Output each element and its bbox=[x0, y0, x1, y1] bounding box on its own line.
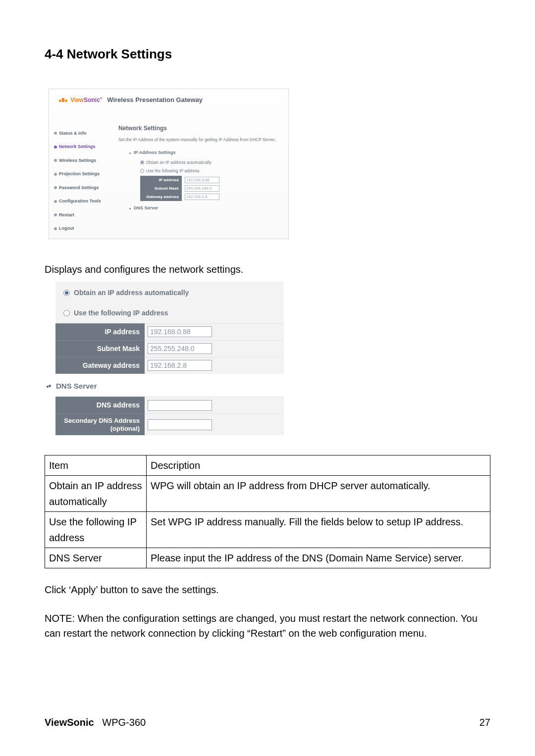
table-header-item: Item bbox=[45, 455, 147, 476]
field-label: Subnet Mask bbox=[55, 340, 145, 357]
label: Use the following IP address bbox=[74, 308, 168, 318]
table-cell-item: Use the following IP address bbox=[45, 512, 147, 548]
sidebar-item-projection[interactable]: Projection Settings bbox=[54, 167, 109, 181]
footer-brand: ViewSonic bbox=[45, 717, 94, 728]
caption-text: Displays and configures the network sett… bbox=[45, 262, 490, 277]
page-footer: ViewSonic WPG-360 27 bbox=[45, 715, 490, 730]
sidebar-item-label: Wireless Settings bbox=[59, 157, 96, 164]
dns-address-input[interactable] bbox=[148, 400, 212, 411]
label: DNS Server bbox=[134, 205, 159, 212]
table-cell-desc: Please input the IP address of the DNS (… bbox=[147, 548, 490, 568]
dns-heading: DNS Server bbox=[55, 374, 283, 397]
sidebar: Status & Info Network Settings Wireless … bbox=[54, 115, 109, 236]
ip-settings-detail: Obtain an IP address automatically Use t… bbox=[55, 282, 283, 374]
field-label: IP address bbox=[140, 176, 182, 184]
table-cell-desc: WPG will obtain an IP address from DHCP … bbox=[147, 476, 490, 512]
ip-address-input[interactable] bbox=[185, 177, 219, 183]
field-label: Gateway address bbox=[140, 193, 182, 201]
bullet-icon bbox=[129, 208, 131, 209]
dns-secondary-input[interactable] bbox=[148, 419, 212, 430]
bullet-icon bbox=[54, 186, 57, 189]
brand-name: ViewSonic® bbox=[70, 96, 102, 104]
sidebar-item-status[interactable]: Status & Info bbox=[54, 127, 109, 141]
bullet-icon bbox=[49, 385, 51, 387]
label: DNS Server bbox=[56, 381, 97, 392]
bullet-icon: • bbox=[45, 282, 51, 392]
product-name: Wireless Presentation Gateway bbox=[107, 95, 203, 105]
bullet-icon bbox=[129, 152, 131, 154]
sidebar-item-restart[interactable]: Restart bbox=[54, 208, 109, 222]
page-number: 27 bbox=[480, 715, 490, 730]
radio-icon bbox=[63, 310, 70, 316]
table-row: Obtain an IP address automatically WPG w… bbox=[45, 476, 490, 512]
table-cell-item: DNS Server bbox=[45, 548, 147, 568]
radio-ip-manual[interactable]: Use the following IP address bbox=[55, 303, 283, 323]
field-label: Secondary DNS Address (optional) bbox=[55, 413, 145, 435]
subnet-mask-input[interactable] bbox=[148, 343, 212, 354]
bullet-icon bbox=[54, 146, 57, 149]
field-label: DNS address bbox=[55, 397, 145, 413]
footer-model: WPG-360 bbox=[102, 717, 146, 728]
table-row: DNS Server Please input the IP address o… bbox=[45, 548, 490, 568]
bullet-icon bbox=[54, 173, 57, 176]
label: Obtain an IP address automatically bbox=[146, 159, 212, 166]
radio-ip-auto[interactable]: Obtain an IP address automatically bbox=[55, 282, 283, 303]
sidebar-item-label: Status & Info bbox=[59, 130, 87, 137]
sidebar-item-network[interactable]: Network Settings bbox=[54, 140, 109, 154]
table-cell-item: Obtain an IP address automatically bbox=[45, 476, 147, 512]
section-title: 4-4 Network Settings bbox=[45, 45, 490, 64]
bullet-icon bbox=[54, 213, 57, 216]
brand-bar: ViewSonic® Wireless Presentation Gateway bbox=[49, 89, 288, 115]
sidebar-item-wireless[interactable]: Wireless Settings bbox=[54, 154, 109, 168]
subnet-mask-input[interactable] bbox=[185, 185, 219, 192]
sidebar-item-logout[interactable]: Logout bbox=[54, 222, 109, 236]
content-panel: Network Settings Set the IP Address of t… bbox=[118, 115, 283, 236]
bullet-icon bbox=[54, 132, 57, 135]
sidebar-item-label: Configuration Tools bbox=[59, 198, 101, 205]
sidebar-item-label: Restart bbox=[59, 212, 74, 219]
radio-icon bbox=[140, 169, 144, 173]
description-table: Item Description Obtain an IP address au… bbox=[45, 455, 490, 568]
dns-heading: DNS Server bbox=[129, 205, 283, 212]
sidebar-item-password[interactable]: Password Settings bbox=[54, 181, 109, 195]
ip-settings-heading: IP Address Settings bbox=[129, 150, 283, 156]
dns-fields: DNS address Secondary DNS Address (optio… bbox=[55, 397, 283, 435]
restart-note: NOTE: When the configuration settings ar… bbox=[45, 611, 490, 641]
radio-ip-manual[interactable]: Use the following IP address bbox=[140, 167, 283, 175]
radio-icon bbox=[63, 290, 70, 296]
apply-note: Click ‘Apply’ button to save the setting… bbox=[45, 582, 490, 597]
bullet-icon bbox=[54, 159, 57, 162]
field-label: Subnet Mask bbox=[140, 184, 182, 193]
ip-fields-table: IP address Subnet Mask Gateway address bbox=[140, 176, 222, 201]
ip-address-input[interactable] bbox=[148, 326, 212, 337]
radio-icon bbox=[140, 160, 144, 164]
label: Obtain an IP address automatically bbox=[74, 288, 189, 298]
admin-ui-screenshot: ViewSonic® Wireless Presentation Gateway… bbox=[49, 89, 289, 239]
table-header-desc: Description bbox=[147, 455, 490, 476]
sidebar-item-label: Password Settings bbox=[59, 185, 99, 192]
sidebar-item-label: Network Settings bbox=[59, 144, 96, 151]
viewsonic-logo-icon bbox=[59, 98, 67, 102]
gateway-input[interactable] bbox=[148, 360, 212, 371]
panel-heading: Network Settings bbox=[118, 124, 283, 133]
table-row: Use the following IP address Set WPG IP … bbox=[45, 512, 490, 548]
sidebar-item-config[interactable]: Configuration Tools bbox=[54, 195, 109, 208]
sidebar-item-label: Logout bbox=[59, 225, 74, 232]
sidebar-item-label: Projection Settings bbox=[59, 171, 100, 178]
label: IP Address Settings bbox=[134, 150, 176, 156]
field-label: Gateway address bbox=[55, 357, 145, 374]
table-cell-desc: Set WPG IP address manually. Fill the fi… bbox=[147, 512, 490, 548]
radio-ip-auto[interactable]: Obtain an IP address automatically bbox=[140, 158, 283, 167]
label: Use the following IP address bbox=[146, 168, 200, 174]
bullet-icon bbox=[54, 200, 57, 203]
field-label: IP address bbox=[55, 323, 145, 340]
bullet-icon bbox=[54, 227, 57, 230]
panel-subheading: Set the IP Address of the system manuall… bbox=[118, 137, 283, 143]
gateway-input[interactable] bbox=[185, 194, 219, 200]
